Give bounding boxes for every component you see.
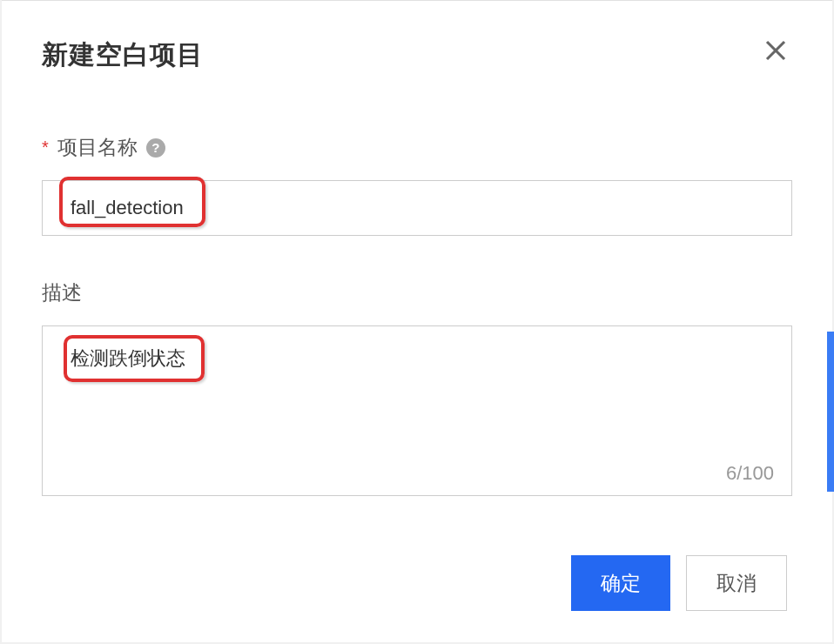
- new-blank-project-modal: 新建空白项目 * 项目名称 ? 描述 6/100 确定 取消: [2, 0, 832, 642]
- description-group: 描述 6/100: [42, 279, 792, 496]
- required-mark: *: [42, 138, 49, 158]
- modal-title: 新建空白项目: [42, 37, 204, 73]
- close-button[interactable]: [759, 34, 792, 70]
- help-icon[interactable]: ?: [146, 138, 165, 158]
- project-name-input[interactable]: [42, 180, 792, 236]
- modal-footer: 确定 取消: [571, 555, 787, 611]
- project-name-label-row: * 项目名称 ?: [42, 134, 792, 161]
- modal-header: 新建空白项目: [42, 37, 792, 73]
- right-edge-stripe: [827, 332, 834, 492]
- description-wrapper: 6/100: [42, 325, 792, 496]
- cancel-button[interactable]: 取消: [686, 555, 787, 611]
- description-label: 描述: [42, 279, 82, 306]
- project-name-input-wrapper: [42, 180, 792, 236]
- description-label-row: 描述: [42, 279, 792, 306]
- project-name-group: * 项目名称 ?: [42, 134, 792, 236]
- description-input[interactable]: [43, 326, 791, 495]
- project-name-label: 项目名称: [57, 134, 138, 161]
- confirm-button[interactable]: 确定: [571, 555, 670, 611]
- close-icon: [763, 37, 789, 64]
- char-counter: 6/100: [726, 462, 774, 485]
